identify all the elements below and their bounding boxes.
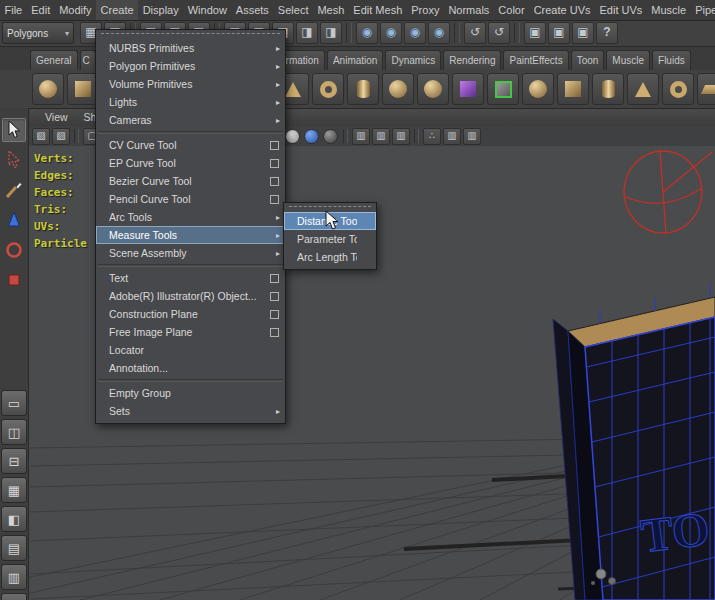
status-help-icon[interactable]: ? (596, 22, 618, 44)
menu-display[interactable]: Display (138, 0, 183, 20)
sq-icon[interactable]: ▥ (443, 128, 461, 145)
shelf-tab-animation[interactable]: Animation (327, 50, 383, 70)
cube-icon[interactable] (557, 73, 589, 105)
shelf-tab-toon[interactable]: Toon (571, 50, 605, 70)
create-menu-item-volume-primitives[interactable]: Volume Primitives▸ (96, 75, 285, 93)
status-sel-icon[interactable]: ◨ (320, 22, 342, 44)
create-menu-item-sets[interactable]: Sets▸ (96, 402, 285, 420)
create-menu-item-pencil-curve-tool[interactable]: Pencil Curve Tool (96, 190, 285, 208)
shelf-tab-c[interactable]: C (80, 50, 96, 70)
sphere-icon[interactable] (32, 73, 64, 105)
menu-create-uvs[interactable]: Create UVs (529, 0, 595, 20)
ball-gray-icon[interactable] (285, 129, 300, 144)
rotate-tool[interactable] (2, 238, 26, 262)
menu-select[interactable]: Select (273, 0, 313, 20)
create-menu-item-free-image-plane[interactable]: Free Image Plane (96, 323, 285, 341)
single-pane-layout[interactable]: ▭ (1, 390, 27, 416)
persp-graph-layout[interactable]: ◨ (1, 593, 27, 600)
hypergraph-persp-layout[interactable]: ▥ (1, 564, 27, 590)
status-rend-icon[interactable]: ▣ (572, 22, 594, 44)
option-box[interactable] (270, 195, 279, 204)
status-rend-icon[interactable]: ▣ (548, 22, 570, 44)
menu-create[interactable]: Create (96, 0, 138, 20)
four-pane-layout[interactable]: ▦ (1, 477, 27, 503)
sq-icon[interactable]: ▥ (392, 128, 410, 145)
menu-color[interactable]: Color (494, 0, 529, 20)
platonic-icon[interactable] (417, 73, 449, 105)
option-box[interactable] (270, 292, 279, 301)
panel-menu-view[interactable]: View (38, 111, 75, 123)
shelf-tab-muscle[interactable]: Muscle (606, 50, 650, 70)
share-icon[interactable]: ∴ (423, 128, 441, 145)
shelf-tab-general[interactable]: General (30, 50, 78, 70)
option-box[interactable] (270, 141, 279, 150)
status-snap-icon[interactable]: ◉ (428, 22, 450, 44)
menu-modify[interactable]: Modify (55, 0, 96, 20)
wireframe-model[interactable]: TO (553, 284, 715, 600)
green-cube-icon[interactable] (487, 73, 519, 105)
menu-muscle[interactable]: Muscle (647, 0, 691, 20)
ball-blue-icon[interactable] (304, 129, 319, 144)
cylinder-icon[interactable] (592, 73, 624, 105)
option-box[interactable] (270, 310, 279, 319)
torus-icon[interactable] (662, 73, 694, 105)
status-snap-icon[interactable]: ◉ (380, 22, 402, 44)
create-menu-item-construction-plane[interactable]: Construction Plane (96, 305, 285, 323)
create-menu-item-arc-tools[interactable]: Arc Tools▸ (96, 208, 285, 226)
menu-set-selector[interactable]: Polygons ▾ (2, 22, 74, 44)
option-box[interactable] (270, 177, 279, 186)
two-pane-side-layout[interactable]: ◫ (1, 419, 27, 445)
menu-edit-mesh[interactable]: Edit Mesh (349, 0, 407, 20)
option-box[interactable] (270, 274, 279, 283)
option-box[interactable] (270, 328, 279, 337)
shelf-tab-dynamics[interactable]: Dynamics (385, 50, 441, 70)
shelf-tab-rendering[interactable]: Rendering (443, 50, 501, 70)
cube-icon[interactable]: ▧ (52, 128, 70, 145)
create-menu-item-cameras[interactable]: Cameras▸ (96, 111, 285, 129)
pipe-icon[interactable] (312, 73, 344, 105)
cube-icon[interactable]: ▧ (32, 128, 50, 145)
create-menu-item-text[interactable]: Text (96, 269, 285, 287)
status-rend-icon[interactable]: ▣ (524, 22, 546, 44)
helix-icon[interactable] (347, 73, 379, 105)
lasso-select-tool[interactable] (2, 148, 26, 172)
create-menu-item-lights[interactable]: Lights▸ (96, 93, 285, 111)
sphere-icon[interactable] (522, 73, 554, 105)
submenu-item-parameter-tool[interactable]: Parameter Tool (284, 230, 376, 248)
soccer-icon[interactable] (382, 73, 414, 105)
create-menu-item-adobe-r-illustrator-r-object[interactable]: Adobe(R) Illustrator(R) Object... (96, 287, 285, 305)
sq-icon[interactable]: ▥ (352, 128, 370, 145)
scale-tool[interactable] (2, 268, 26, 292)
create-menu-item-cv-curve-tool[interactable]: CV Curve Tool (96, 136, 285, 154)
create-menu-item-nurbs-primitives[interactable]: NURBS Primitives▸ (96, 39, 285, 57)
create-menu-item-locator[interactable]: Locator (96, 341, 285, 359)
outliner-persp-layout[interactable]: ▤ (1, 535, 27, 561)
submenu-item-arc-length-tool[interactable]: Arc Length Tool (284, 248, 376, 266)
create-menu-item-polygon-primitives[interactable]: Polygon Primitives▸ (96, 57, 285, 75)
create-menu-item-bezier-curve-tool[interactable]: Bezier Curve Tool (96, 172, 285, 190)
menu-tearoff-handle[interactable] (101, 33, 280, 37)
status-snap-icon[interactable]: ◉ (356, 22, 378, 44)
status-snap-icon[interactable]: ◉ (404, 22, 426, 44)
menu-mesh[interactable]: Mesh (313, 0, 349, 20)
menu-proxy[interactable]: Proxy (407, 0, 444, 20)
status-hist-icon[interactable]: ↺ (488, 22, 510, 44)
shelf-tab-painteffects[interactable]: PaintEffects (503, 50, 568, 70)
create-menu-item-annotation[interactable]: Annotation... (96, 359, 285, 377)
sq-icon[interactable]: ▥ (463, 128, 481, 145)
plane-icon[interactable] (697, 73, 715, 105)
create-menu-item-ep-curve-tool[interactable]: EP Curve Tool (96, 154, 285, 172)
three-pane-left-layout[interactable]: ◧ (1, 506, 27, 532)
menu-assets[interactable]: Assets (231, 0, 273, 20)
sq-icon[interactable]: ▥ (372, 128, 390, 145)
ball-dark-icon[interactable] (323, 129, 338, 144)
cone-icon[interactable] (627, 73, 659, 105)
menu-edit[interactable]: Edit (27, 0, 55, 20)
paint-select-tool[interactable] (2, 178, 26, 202)
purple-cube-icon[interactable] (452, 73, 484, 105)
shelf-tab-rmation[interactable]: rmation (280, 50, 325, 70)
shelf-tab-fluids[interactable]: Fluids (652, 50, 691, 70)
create-menu-item-measure-tools[interactable]: Measure Tools▸ (96, 226, 285, 244)
status-hist-icon[interactable]: ↺ (464, 22, 486, 44)
create-menu-item-scene-assembly[interactable]: Scene Assembly▸ (96, 244, 285, 262)
